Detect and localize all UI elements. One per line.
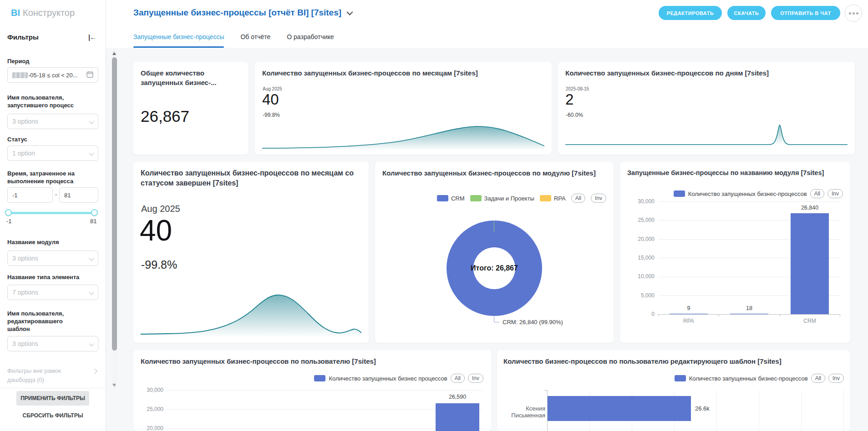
legend-swatch (674, 190, 685, 197)
card-by-user: Количество запущенных бизнес-процессов п… (133, 350, 492, 431)
filter-label-element-type: Название типа элемента (7, 273, 93, 281)
filters-panel-title: Фильтры (7, 33, 39, 41)
donut-legend: CRM Задачи и Проекты RPA All Inv (437, 194, 606, 203)
module-bar[interactable] (730, 314, 768, 314)
completed-area-chart (141, 290, 361, 337)
filters-outside-dashboard-link[interactable]: Фильтры вне рамок дашборда (0) (7, 366, 86, 385)
report-tabs: Запущенные бизнес-процессы Об отчёте О р… (133, 26, 334, 48)
slider-handle-max[interactable] (91, 209, 98, 216)
card-by-editor: Количество бизнес-процессов по пользоват… (497, 350, 850, 431)
legend-swatch (675, 375, 686, 381)
scroll-up-arrow-icon[interactable] (112, 52, 116, 55)
legend-label[interactable]: Количество запущенных бизнес процессов (329, 375, 447, 382)
legend-all-button[interactable]: All (811, 374, 825, 383)
tab-about-report[interactable]: Об отчёте (240, 26, 270, 48)
collapse-panel-icon[interactable]: |← (88, 33, 96, 41)
tab-running-processes[interactable]: Запущенные бизнес-процессы (133, 26, 224, 48)
filter-label-user-edited: Имя пользователя, редактировавшего шабло… (7, 310, 76, 333)
time-min-input[interactable]: -1 (7, 187, 53, 203)
legend-item-crm[interactable]: CRM (437, 195, 465, 202)
module-bar-plot: 9 18 26,840 (658, 201, 840, 315)
apply-filters-button[interactable]: ПРИМЕНИТЬ ФИЛЬТРЫ (16, 391, 89, 406)
legend-inv-button[interactable]: Inv (827, 189, 843, 198)
editor-bar[interactable] (548, 396, 691, 421)
element-type-value: 7 options (12, 289, 38, 296)
card-total-processes: Общее количество запущенных бизнес-... 2… (133, 62, 249, 155)
send-to-chat-button[interactable]: ОТПРАВИТЬ В ЧАТ (771, 6, 840, 20)
module-bar[interactable] (670, 314, 708, 314)
time-max-input[interactable]: 81 (59, 187, 98, 203)
download-button[interactable]: СКАЧАТЬ (727, 6, 766, 20)
donut-ring[interactable] (447, 221, 542, 316)
user-started-select[interactable]: 3 options (7, 114, 98, 129)
scroll-down-arrow-icon[interactable] (112, 384, 116, 387)
scrollbar-thumb[interactable] (112, 57, 117, 351)
period-value: -05-18 ≤ col < 20... (28, 72, 78, 79)
card-by-module-bar: Запущенные бизнес-процессы по названию м… (620, 162, 850, 343)
legend-item-tasks[interactable]: Задачи и Проекты (470, 195, 534, 202)
dot-icon (853, 12, 855, 15)
legend-swatch (314, 375, 325, 381)
chevron-down-icon (89, 119, 94, 124)
y-tick-label: 10,000 (624, 273, 655, 280)
module-value: 3 options (12, 255, 38, 262)
reset-filters-button[interactable]: СБРОСИТЬ ФИЛЬТРЫ (0, 412, 106, 419)
slider-max-label: 81 (90, 218, 96, 225)
legend-all-button[interactable]: All (810, 189, 824, 198)
kpi-change: -60.0% (566, 112, 583, 118)
legend-all-button[interactable]: All (571, 194, 585, 203)
filter-label-module: Название модуля (7, 238, 93, 246)
module-bar[interactable] (791, 213, 829, 314)
user-bar[interactable] (436, 403, 479, 431)
chevron-down-icon (89, 150, 94, 155)
kpi-period: Aug 2025 (141, 204, 180, 214)
status-select[interactable]: 1 option (7, 145, 98, 161)
redacted-date-part (12, 72, 28, 78)
kpi-value: 2 (565, 91, 574, 108)
legend-label[interactable]: Количество запущенных бизнес-процессов (688, 190, 807, 197)
sidebar-divider (106, 0, 106, 431)
editor-bar-value: 26.6k (695, 405, 710, 412)
more-actions-button[interactable] (845, 5, 862, 22)
card-by-module-donut: Количество запущенных бизнес-процессов п… (375, 162, 614, 343)
y-tick-label: 20,000 (137, 425, 163, 431)
calendar-icon[interactable] (86, 71, 93, 79)
slider-handle-min[interactable] (5, 209, 12, 216)
edit-button[interactable]: РЕДАКТИРОВАТЬ (659, 6, 722, 20)
card-title: Количество запущенных бизнес-процессов п… (141, 356, 376, 366)
time-range-slider[interactable] (8, 212, 95, 214)
y-tick-label: 30,000 (137, 387, 163, 393)
report-title[interactable]: Запущенные бизнес-процессы [отчёт BI] [7… (133, 8, 351, 18)
user-edited-select[interactable]: 3 options (7, 336, 98, 351)
legend-item-rpa[interactable]: RPA (540, 195, 566, 202)
module-bar-value: 18 (731, 305, 767, 311)
kpi-value: 40 (140, 214, 172, 247)
legend-inv-button[interactable]: Inv (591, 194, 606, 203)
vertical-scrollbar[interactable] (112, 50, 117, 389)
chevron-down-icon (89, 256, 94, 261)
card-title: Количество запущенных бизнес-процессов п… (565, 68, 843, 78)
legend-inv-button[interactable]: Inv (828, 374, 844, 383)
callout-line (494, 322, 500, 322)
legend-label[interactable]: Количество запущенных бизнес-процессов (689, 375, 808, 382)
kpi-change: -99.8% (263, 112, 280, 118)
legend-all-button[interactable]: All (451, 374, 465, 383)
card-monthly-completed: Количество запущенных бизнес-процессов п… (133, 162, 369, 343)
app-logo: BIКонструктор (11, 8, 75, 18)
legend-label: RPA (554, 195, 566, 202)
chevron-right-icon (91, 368, 97, 374)
chevron-down-icon[interactable] (346, 9, 353, 15)
y-tick-label: 0 (624, 311, 655, 317)
monthly-area-chart (262, 122, 544, 150)
sidebar-footer-divider (0, 388, 106, 388)
chevron-down-icon (89, 290, 94, 295)
element-type-select[interactable]: 7 options (7, 285, 98, 300)
y-tick-label: 30,000 (624, 198, 655, 205)
legend-inv-button[interactable]: Inv (468, 374, 483, 383)
legend-label: CRM (451, 195, 465, 202)
legend-label: Задачи и Проекты (484, 195, 534, 202)
tab-about-developer[interactable]: О разработчике (287, 26, 334, 48)
period-input[interactable]: -05-18 ≤ col < 20... (7, 67, 98, 83)
module-select[interactable]: 3 options (7, 251, 98, 266)
user-bar-value: 26,590 (435, 394, 480, 400)
